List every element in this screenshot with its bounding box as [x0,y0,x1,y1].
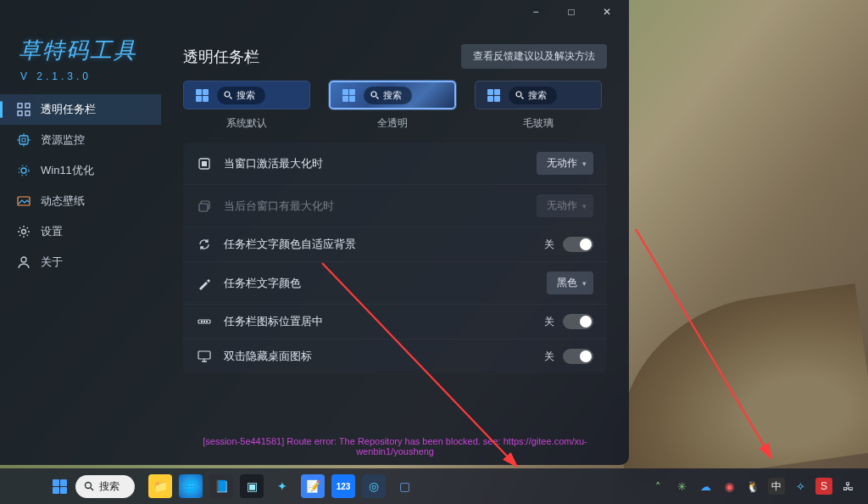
toggle-text-color-adaptive[interactable] [563,237,593,252]
row-text-color: 任务栏文字颜色 黑色▾ [183,262,607,305]
preview-glass[interactable]: 搜索 [475,81,602,109]
sidebar-item-label: 设置 [41,224,63,239]
tray-icon[interactable]: ☁ [697,478,714,495]
row-label: 当窗口激活最大化时 [224,156,525,171]
gear-icon [17,225,31,238]
sidebar-item-transparent-taskbar[interactable]: 透明任务栏 [0,94,161,125]
toggle-icon-center[interactable] [563,314,593,329]
image-icon [17,194,31,208]
row-double-click-hide-icons: 双击隐藏桌面图标 关 [183,339,607,373]
grid-icon [17,103,31,116]
svg-line-18 [376,97,379,99]
taskbar-app-generic2[interactable]: ◎ [362,474,386,498]
sidebar-item-label: 透明任务栏 [41,102,96,117]
maximize-button[interactable]: □ [554,1,588,23]
tray-icon[interactable]: ✳ [673,478,690,495]
sidebar-item-label: 动态壁纸 [41,193,85,209]
preview-search-pill: 搜索 [509,87,557,104]
svg-point-19 [516,92,521,97]
svg-point-15 [225,92,230,97]
taskbar-app-edge[interactable]: 🌐 [179,474,203,498]
svg-rect-26 [201,321,203,322]
svg-point-11 [19,165,29,176]
taskbar-app-generic1[interactable]: ✦ [270,474,294,498]
app-version: V 2.1.3.0 [0,67,161,94]
window-back-icon [197,199,212,213]
svg-rect-2 [18,111,22,115]
tray-icon[interactable]: ✧ [792,478,809,495]
dropdown-text-color[interactable]: 黑色▾ [547,272,593,294]
minimize-button[interactable]: − [519,1,553,23]
tray-icon[interactable]: ◉ [721,478,737,495]
taskbar-style-previews: 搜索 系统默认 搜索 全透明 [183,81,607,131]
toggle-hide-desktop-icons[interactable] [563,349,593,364]
svg-line-20 [521,97,524,99]
sparkle-icon [17,164,31,177]
color-pen-icon [197,277,212,290]
taskbar-app-terminal[interactable]: ▣ [240,474,264,498]
svg-rect-29 [198,351,210,359]
refresh-icon [197,238,212,251]
taskbar-app-notes[interactable]: 📝 [301,474,325,498]
taskbar-search[interactable]: 搜索 [75,475,135,498]
dropdown-background-window-maximize: 无动作▾ [537,194,593,217]
svg-point-10 [21,168,26,173]
svg-rect-24 [199,204,208,211]
app-window: − □ ✕ 草特码工具 V 2.1.3.0 透明任务栏 资源监控 [0,0,629,465]
row-window-maximize-active: 当窗口激活最大化时 无动作▾ [183,143,607,185]
tray-icon[interactable]: 🐧 [744,478,761,495]
row-label: 双击隐藏桌面图标 [224,349,532,364]
settings-list: 当窗口激活最大化时 无动作▾ 当后台窗口有最大化时 无动作▾ 任务栏文字颜色自适… [183,143,607,373]
sidebar-item-label: 资源监控 [41,132,85,148]
titlebar: − □ ✕ [0,0,629,24]
align-center-icon [197,315,212,328]
tray-chevron-icon[interactable]: ˄ [649,478,666,495]
switch-state: 关 [544,350,554,364]
preview-transparent[interactable]: 搜索 [329,81,456,109]
feedback-button[interactable]: 查看反馈建议以及解决方法 [461,44,607,69]
app-brand: 草特码工具 [0,32,161,67]
preview-label: 全透明 [377,116,408,131]
row-text-color-adaptive: 任务栏文字颜色自适应背景 关 [183,227,607,262]
chevron-down-icon: ▾ [582,202,587,210]
svg-point-17 [371,92,376,97]
svg-rect-27 [203,321,205,322]
preview-label: 系统默认 [226,116,267,131]
sidebar: 草特码工具 V 2.1.3.0 透明任务栏 资源监控 Win11优化 [0,24,161,465]
sidebar-item-label: 关于 [41,255,63,270]
desktop-icon [197,350,212,363]
windows-logo-icon [196,89,209,102]
windows-logo-icon [487,89,500,102]
person-icon [17,255,31,269]
ime-indicator[interactable]: 中 [768,478,785,495]
preview-default[interactable]: 搜索 [183,81,310,109]
svg-rect-5 [22,138,25,142]
svg-point-14 [21,257,26,262]
preview-search-pill: 搜索 [217,87,265,104]
sidebar-item-dynamic-wallpaper[interactable]: 动态壁纸 [0,186,161,216]
taskbar-app-this[interactable]: ▢ [392,474,416,498]
cpu-icon [17,133,31,147]
switch-state: 关 [544,238,554,252]
taskbar-app-123[interactable]: 123 [331,474,355,498]
switch-state: 关 [544,315,554,329]
tray-network-icon[interactable]: 🖧 [839,478,856,495]
preview-search-pill: 搜索 [364,87,412,104]
sidebar-item-win11-optimize[interactable]: Win11优化 [0,155,161,186]
taskbar-app-reader[interactable]: 📘 [209,474,233,498]
ime-sogou[interactable]: S [815,478,832,495]
sidebar-item-settings[interactable]: 设置 [0,216,161,247]
page-title: 透明任务栏 [183,47,259,67]
close-button[interactable]: ✕ [590,1,624,23]
sidebar-item-resource-monitor[interactable]: 资源监控 [0,125,161,155]
sidebar-item-about[interactable]: 关于 [0,247,161,277]
svg-line-35 [91,488,93,490]
taskbar-app-explorer[interactable]: 📁 [148,474,172,498]
svg-rect-0 [18,104,22,108]
window-maximize-icon [197,157,212,171]
system-tray: ˄ ✳ ☁ ◉ 🐧 中 ✧ S 🖧 [649,478,868,495]
preview-label: 毛玻璃 [523,116,554,131]
start-button[interactable] [53,479,67,494]
dropdown-window-maximize-active[interactable]: 无动作▾ [537,152,593,175]
row-label: 任务栏图标位置居中 [224,314,532,329]
